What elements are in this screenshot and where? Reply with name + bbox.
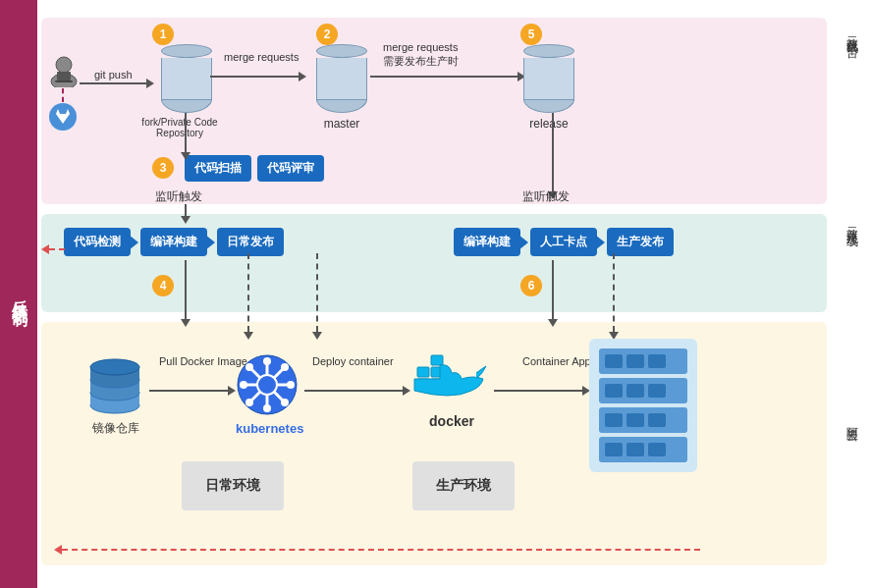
badge-6: 6 [520, 275, 542, 296]
svg-point-22 [263, 404, 271, 412]
container-stack-area [589, 339, 697, 472]
container-item-4 [599, 437, 687, 462]
badge-2: 2 [316, 24, 338, 45]
svg-point-0 [56, 57, 72, 73]
svg-point-26 [281, 399, 289, 406]
step3-dashed-down [312, 253, 322, 340]
prod-env-box: 生产环境 [412, 461, 515, 510]
svg-rect-3 [55, 80, 73, 82]
db2-cylinder: master [316, 44, 367, 131]
step2-dashed-down [244, 253, 253, 340]
svg-point-27 [281, 363, 289, 371]
badge-1: 1 [152, 24, 174, 45]
svg-point-20 [257, 375, 277, 395]
db3-down-arrow [548, 113, 558, 199]
step4-arrow [518, 235, 528, 250]
image-repo-label: 镜像仓库 [88, 420, 142, 437]
step6-btn: 生产发布 [607, 228, 674, 256]
monitor-trigger-2: 监听触发 [522, 188, 570, 205]
svg-point-25 [245, 363, 253, 371]
docker-area: docker [412, 351, 491, 429]
svg-point-23 [240, 381, 247, 389]
step5-arrow [595, 235, 605, 250]
feedback-bar: 反馈机制 [0, 0, 37, 588]
db1-to-db2-arrow [210, 72, 306, 81]
container-item-2 [599, 378, 687, 403]
svg-point-28 [245, 399, 253, 406]
storage-icon [88, 351, 142, 415]
container-stack [589, 339, 697, 472]
merge-req-1-label: merge requests [224, 51, 299, 63]
code-scan-badge: 代码扫描 [185, 155, 251, 182]
badge-3: 3 [152, 157, 174, 179]
step2-btn: 编译构建 [140, 228, 207, 256]
kubernetes-label: kubernetes [236, 421, 303, 436]
container-item-3 [599, 407, 687, 433]
step1-btn: 代码检测 [64, 228, 131, 256]
step4-btn: 编译构建 [454, 228, 520, 256]
db2-label: master [316, 117, 367, 131]
kubernetes-icon [236, 353, 299, 416]
merge-req-2-label: merge requests [383, 41, 458, 53]
docker-icon [412, 351, 491, 410]
monitor-trigger-1: 监听触发 [155, 188, 202, 205]
gitlab-icon [49, 103, 77, 131]
feedback-left-arrow [41, 244, 65, 254]
k8s-to-docker-arrow [304, 386, 410, 396]
pipeline-left-down-arrow [181, 260, 191, 327]
pipeline-left-group: 代码检测 编译构建 日常发布 [64, 228, 284, 256]
step1-arrow [129, 235, 138, 250]
svg-point-10 [90, 359, 139, 375]
person-to-gitlab-line [62, 88, 64, 102]
kubernetes-area: kubernetes [236, 353, 303, 436]
docker-to-containers-arrow [494, 386, 590, 396]
image-repo-area: 镜像仓库 [88, 351, 142, 437]
pipeline-right-down-arrow [548, 260, 558, 327]
step6-dashed-down [609, 253, 619, 340]
deploy-container-label: Deploy container [312, 355, 394, 367]
badge-5: 5 [520, 24, 542, 45]
to-pipeline-left-arrow [181, 204, 191, 224]
db2-to-db3-arrow [370, 72, 525, 81]
code-review-badge: 代码评审 [257, 155, 324, 182]
cloud-code-platform-label: 云效代码平台 [834, 27, 869, 44]
step2-arrow [205, 235, 215, 250]
pull-docker-label: Pull Docker Image [159, 355, 247, 367]
svg-point-21 [263, 357, 271, 365]
db1-label: fork/Private Code Repository [140, 117, 219, 138]
prod-env-area: 生产环境 [412, 461, 515, 510]
need-release-label: 需要发布生产时 [383, 54, 459, 69]
svg-rect-34 [431, 355, 443, 365]
container-item-1 [599, 348, 687, 374]
svg-rect-32 [417, 367, 429, 377]
svg-rect-2 [57, 72, 71, 80]
badge-4: 4 [152, 275, 174, 296]
step3-btn: 日常发布 [217, 228, 284, 256]
person-icon [47, 54, 81, 87]
alibaba-cloud-label: 阿里云 [834, 412, 869, 429]
user-to-db1-arrow [80, 79, 154, 88]
db1-down-arrow [181, 113, 191, 160]
docker-label: docker [412, 413, 491, 429]
daily-env-box: 日常环境 [182, 461, 284, 510]
step5-btn: 人工卡点 [530, 228, 597, 256]
container-app-label: Container App [522, 355, 591, 367]
cloud-pipeline-label: 云效流水线 [834, 216, 869, 233]
bottom-feedback-arrow [54, 545, 700, 555]
gitlab-icon-area [49, 103, 77, 131]
pipeline-right-group: 编译构建 人工卡点 生产发布 [454, 228, 674, 256]
code-scan-review-area: 代码扫描 代码评审 [185, 155, 324, 182]
svg-point-24 [287, 381, 295, 389]
main-container: 反馈机制 云效代码平台 云效流水线 阿里云 [0, 0, 871, 588]
feedback-label: 反馈机制 [9, 287, 29, 302]
user-icon-area [47, 54, 81, 90]
storage-to-k8s-arrow [149, 386, 236, 396]
daily-env-area: 日常环境 [182, 461, 284, 510]
